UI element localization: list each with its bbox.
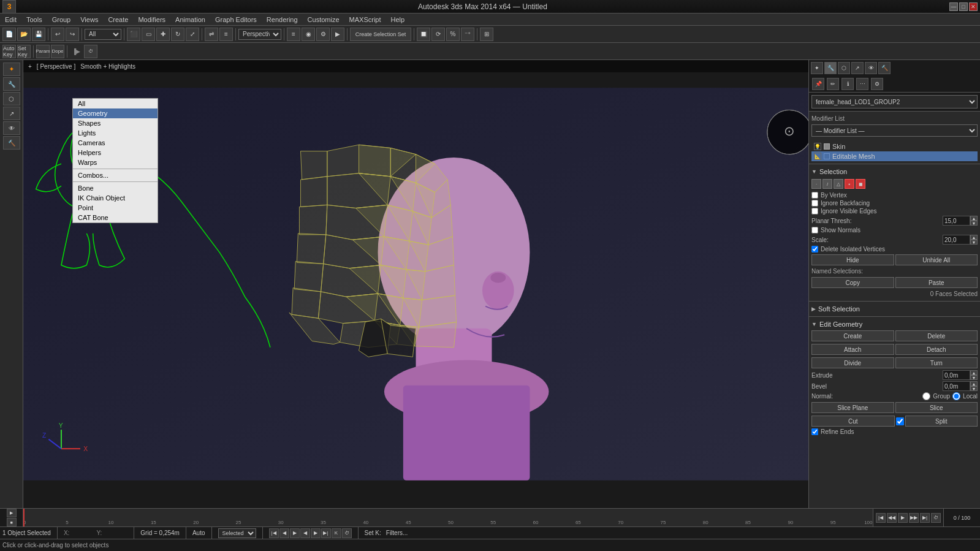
menu-help[interactable]: Help xyxy=(386,15,410,25)
dd-bone[interactable]: Bone xyxy=(73,183,158,193)
scale-input[interactable] xyxy=(943,235,970,245)
slice-button[interactable]: Slice xyxy=(895,402,978,413)
tab-motion[interactable]: ↗ xyxy=(851,62,864,74)
named-sel-btn[interactable]: ⊞ xyxy=(480,28,493,41)
split-checkbox[interactable] xyxy=(896,417,904,425)
modifier-skin[interactable]: 💡 Skin xyxy=(811,142,978,151)
paste-button[interactable]: Paste xyxy=(895,277,978,288)
divide-button[interactable]: Divide xyxy=(811,357,894,368)
attach-button[interactable]: Attach xyxy=(811,344,894,355)
split-button[interactable]: Split xyxy=(905,416,978,427)
pb-play-fwd[interactable]: ▶ xyxy=(290,528,300,538)
menu-maxscript[interactable]: MAXScript xyxy=(344,15,386,25)
object-name-select[interactable]: female_head_LOD1_GROUP2 xyxy=(811,95,978,108)
timeline-play-btn[interactable]: ▶ xyxy=(7,509,17,517)
menu-modifiers[interactable]: Modifiers xyxy=(133,15,170,25)
tab-create[interactable]: ✦ xyxy=(811,62,823,74)
minimize-button[interactable]: — xyxy=(949,2,958,11)
scale-down[interactable]: ▼ xyxy=(970,240,978,245)
viewport-shading-label[interactable]: Smooth + Highlights xyxy=(80,63,135,70)
by-vertex-checkbox[interactable] xyxy=(811,192,818,199)
modifier-list-select[interactable]: — Modifier List — xyxy=(811,124,978,137)
time-config-btn[interactable]: ⏱ xyxy=(84,45,97,58)
viewport-selector[interactable]: Perspective Top Front Left xyxy=(238,29,281,40)
menu-group[interactable]: Group xyxy=(47,15,76,25)
menu-customize[interactable]: Customize xyxy=(303,15,344,25)
detach-button[interactable]: Detach xyxy=(895,344,978,355)
render-setup-btn[interactable]: ⚙ xyxy=(316,28,330,41)
refine-ends-checkbox[interactable] xyxy=(811,428,818,435)
move-btn[interactable]: ✚ xyxy=(156,28,170,41)
face-icon[interactable]: △ xyxy=(834,179,843,189)
select-filter-dropdown[interactable]: All Geometry xyxy=(85,29,121,40)
soft-selection-header[interactable]: ▶ Soft Selection xyxy=(811,304,978,314)
motion-tab-btn[interactable]: ↗ xyxy=(3,107,20,120)
maximize-button[interactable]: □ xyxy=(959,2,968,11)
dd-all[interactable]: All xyxy=(73,99,158,108)
cut-button[interactable]: Cut xyxy=(811,416,895,427)
ignore-visible-edges-checkbox[interactable] xyxy=(811,208,818,215)
dd-geometry[interactable]: Geometry xyxy=(73,108,158,118)
menu-graph-editors[interactable]: Graph Editors xyxy=(210,15,262,25)
ignore-backfacing-checkbox[interactable] xyxy=(811,200,818,207)
edge-icon[interactable]: / xyxy=(822,179,832,189)
unhide-all-button[interactable]: Unhide All xyxy=(895,254,978,265)
timeline-current-frame-marker[interactable] xyxy=(23,509,25,526)
open-file-btn[interactable]: 📂 xyxy=(17,28,31,41)
snap-toggle-btn[interactable]: 🔲 xyxy=(417,28,430,41)
planar-thresh-input[interactable] xyxy=(943,216,970,226)
pb-time-cfg[interactable]: ⏱ xyxy=(342,528,352,538)
bevel-input[interactable] xyxy=(943,381,970,391)
pb-key-mode[interactable]: K xyxy=(332,528,341,538)
tab-utilities[interactable]: 🔨 xyxy=(878,62,891,74)
slice-plane-button[interactable]: Slice Plane xyxy=(811,402,894,413)
pb-goto-start[interactable]: |◀ xyxy=(269,528,279,538)
select-region-btn[interactable]: ▭ xyxy=(142,28,155,41)
extrude-input[interactable] xyxy=(943,370,970,380)
utilities-tab-btn[interactable]: 🔨 xyxy=(3,136,20,150)
redo-btn[interactable]: ↪ xyxy=(66,28,79,41)
tab-display[interactable]: 👁 xyxy=(865,62,877,74)
vertex-icon[interactable]: · xyxy=(811,179,821,189)
scale-btn[interactable]: ⤢ xyxy=(186,28,199,41)
spinner-snap-btn[interactable]: ⁻⁺ xyxy=(461,28,474,41)
copy-button[interactable]: Copy xyxy=(811,277,894,288)
viewport-plus-btn[interactable]: + xyxy=(28,63,32,70)
normal-group-radio[interactable] xyxy=(922,392,930,400)
dd-combos[interactable]: Combos... xyxy=(73,170,158,180)
close-button[interactable]: ✕ xyxy=(969,2,978,11)
pb-next-frame[interactable]: ▶ xyxy=(311,528,321,538)
create-button[interactable]: Create xyxy=(811,330,894,341)
create-tab-btn[interactable]: ✦ xyxy=(3,63,20,76)
delete-isolated-checkbox[interactable] xyxy=(811,246,818,253)
channel-info-btn[interactable]: ℹ xyxy=(841,78,854,90)
percent-snap-btn[interactable]: % xyxy=(446,28,460,41)
bevel-down[interactable]: ▼ xyxy=(970,386,978,391)
dd-lights[interactable]: Lights xyxy=(73,128,158,138)
prev-frame-btn[interactable]: |◀ xyxy=(876,513,886,523)
normal-local-radio[interactable] xyxy=(952,392,960,400)
more-btn[interactable]: ⋯ xyxy=(856,78,868,90)
timeline-stop-btn[interactable]: ■ xyxy=(7,518,17,526)
menu-views[interactable]: Views xyxy=(75,15,103,25)
pb-play-rev[interactable]: ◀ xyxy=(300,528,310,538)
select-object-btn[interactable]: ⬛ xyxy=(127,28,140,41)
save-file-btn[interactable]: 💾 xyxy=(32,28,45,41)
dd-ik-chain[interactable]: IK Chain Object xyxy=(73,193,158,203)
menu-animation[interactable]: Animation xyxy=(170,15,210,25)
extrude-up[interactable]: ▲ xyxy=(970,370,978,375)
tab-hierarchy[interactable]: ⬡ xyxy=(838,62,850,74)
prev-key-btn[interactable]: ◀◀ xyxy=(887,513,897,523)
pb-prev-frame[interactable]: ◀ xyxy=(279,528,289,538)
mirror-btn[interactable]: ⇌ xyxy=(205,28,218,41)
dd-cameras[interactable]: Cameras xyxy=(73,138,158,148)
modifier-editable-mesh[interactable]: 📐 Editable Mesh xyxy=(811,151,978,161)
param-curve-btn[interactable]: Param xyxy=(36,45,50,58)
next-key-btn[interactable]: ▶▶ xyxy=(909,513,919,523)
dd-warps[interactable]: Warps xyxy=(73,158,158,167)
material-editor-btn[interactable]: ◉ xyxy=(302,28,315,41)
angle-snap-btn[interactable]: ⟳ xyxy=(431,28,445,41)
modify-tab-btn[interactable]: 🔧 xyxy=(3,77,20,91)
bevel-up[interactable]: ▲ xyxy=(970,381,978,386)
dd-cat-bone[interactable]: CAT Bone xyxy=(73,213,158,222)
